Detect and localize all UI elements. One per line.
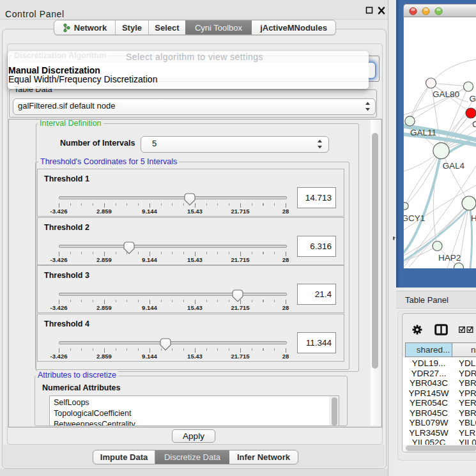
svg-text:HAP2: HAP2 [438,253,461,263]
svg-text:GAL11: GAL11 [410,128,436,137]
svg-text:GAL4: GAL4 [443,161,465,171]
svg-text:C.: C. [472,119,476,129]
svg-text:GCY1: GCY1 [404,213,425,223]
svg-text:H: H [471,213,476,223]
svg-text:GAL80: GAL80 [433,89,459,99]
svg-text:G.: G. [470,94,476,104]
